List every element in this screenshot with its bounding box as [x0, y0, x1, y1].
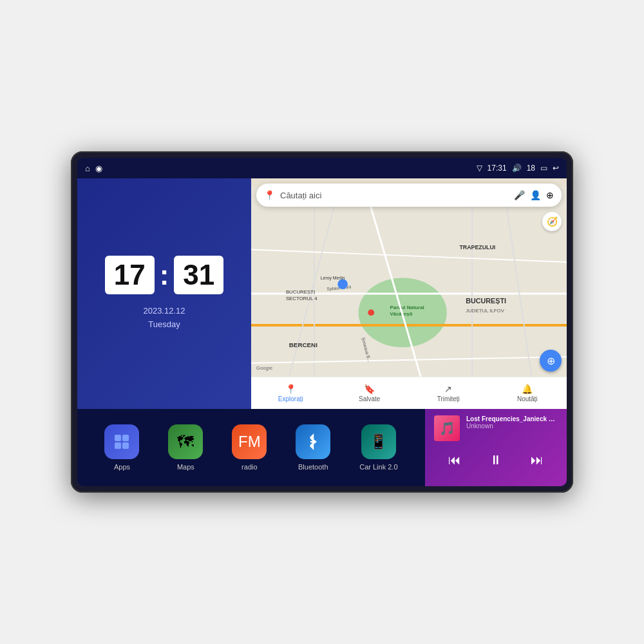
shortcut-bluetooth[interactable]: Bluetooth	[296, 424, 330, 471]
clock-panel: 17 : 31 2023.12.12 Tuesday	[77, 178, 251, 409]
send-icon: ↗	[444, 384, 452, 394]
saved-icon: 🔖	[364, 384, 375, 394]
battery-icon: ▭	[540, 164, 547, 173]
layers-icon[interactable]: ⊕	[546, 190, 554, 200]
svg-text:Leroy Merlin: Leroy Merlin	[321, 276, 345, 281]
map-controls: 🧭	[542, 212, 562, 231]
svg-text:Parcul Natural: Parcul Natural	[390, 305, 424, 311]
music-details: Lost Frequencies_Janieck Devy-... Unknow…	[466, 415, 558, 430]
music-title: Lost Frequencies_Janieck Devy-...	[466, 415, 558, 422]
shortcut-maps[interactable]: 🗺 Maps	[168, 424, 203, 471]
map-nav-news[interactable]: 🔔 Noutăți	[488, 377, 567, 409]
svg-text:BERCENI: BERCENI	[289, 341, 317, 348]
shortcuts-panel: Apps 🗺 Maps FM radio	[77, 409, 425, 486]
music-thumbnail: 🎵	[434, 415, 460, 441]
profile-icon[interactable]: 👤	[530, 190, 541, 200]
news-icon: 🔔	[522, 384, 533, 394]
screen: ⌂ ◉ ▽ 17:31 🔊 18 ▭ ↩ 17 :	[77, 158, 567, 486]
back-icon[interactable]: ↩	[553, 164, 559, 173]
svg-text:TRAPEZULUI: TRAPEZULUI	[459, 244, 495, 251]
explore-label: Explorați	[278, 395, 303, 402]
play-pause-button[interactable]: ⏸	[484, 450, 507, 470]
svg-text:BUCUREȘTI: BUCUREȘTI	[286, 289, 315, 295]
svg-rect-28	[122, 442, 129, 449]
map-nav-explore[interactable]: 📍 Explorați	[251, 377, 330, 409]
apps-label: Apps	[114, 463, 130, 471]
clock-display: 17 : 31	[105, 256, 224, 294]
map-nav-saved[interactable]: 🔖 Salvate	[330, 377, 410, 409]
svg-text:Google: Google	[256, 365, 272, 371]
signal-icon: ▽	[477, 164, 482, 173]
carlink-label: Car Link 2.0	[359, 463, 397, 471]
radio-label: radio	[242, 463, 257, 471]
compass-icon[interactable]: 🧭	[542, 212, 562, 231]
svg-text:JUDEȚUL ILFOV: JUDEȚUL ILFOV	[466, 308, 505, 314]
top-section: 17 : 31 2023.12.12 Tuesday	[77, 178, 567, 409]
music-panel: 🎵 Lost Frequencies_Janieck Devy-... Unkn…	[425, 409, 567, 486]
music-info: 🎵 Lost Frequencies_Janieck Devy-... Unkn…	[434, 415, 558, 441]
music-controls: ⏮ ⏸ ⏭	[434, 450, 558, 470]
status-right: ▽ 17:31 🔊 18 ▭ ↩	[477, 164, 559, 173]
bottom-section: Apps 🗺 Maps FM radio	[77, 409, 567, 486]
volume-level: 18	[527, 164, 535, 173]
home-icon[interactable]: ⌂	[85, 164, 90, 173]
main-area: 17 : 31 2023.12.12 Tuesday	[77, 178, 567, 486]
voice-search-icon[interactable]: 🎤	[514, 190, 525, 200]
time-display: 17:31	[488, 164, 507, 173]
shortcut-apps[interactable]: Apps	[104, 424, 139, 471]
map-search-text[interactable]: Căutați aici	[280, 191, 509, 200]
svg-rect-26	[122, 435, 129, 441]
nav-icon[interactable]: ◉	[95, 164, 102, 173]
date-display: 2023.12.12 Tuesday	[143, 305, 185, 332]
bluetooth-icon	[296, 424, 330, 459]
saved-label: Salvate	[359, 395, 380, 402]
news-label: Noutăți	[517, 395, 538, 402]
map-svg: Parcul Natural Văcărești Splaiu	[251, 178, 567, 409]
clock-minutes: 31	[174, 256, 223, 294]
svg-rect-27	[115, 442, 121, 449]
maps-icon: 🗺	[168, 424, 203, 459]
status-left: ⌂ ◉	[85, 164, 102, 173]
map-bottom-nav: 📍 Explorați 🔖 Salvate ↗ Trimiteți 🔔	[251, 377, 567, 409]
prev-button[interactable]: ⏮	[443, 450, 466, 470]
map-nav-send[interactable]: ↗ Trimiteți	[409, 377, 488, 409]
map-search-icons: 🎤 👤 ⊕	[514, 190, 554, 200]
location-button[interactable]: ⊕	[540, 350, 562, 372]
svg-point-21	[337, 279, 348, 289]
maps-label: Maps	[177, 463, 194, 471]
music-thumb-inner: 🎵	[434, 415, 460, 441]
map-search-bar[interactable]: 📍 Căutați aici 🎤 👤 ⊕	[256, 184, 562, 207]
clock-colon: :	[160, 261, 169, 289]
svg-text:BUCUREȘTI: BUCUREȘTI	[466, 297, 506, 305]
explore-icon: 📍	[285, 384, 296, 394]
volume-icon: 🔊	[512, 164, 522, 173]
carlink-icon: 📱	[361, 424, 396, 459]
device: ⌂ ◉ ▽ 17:31 🔊 18 ▭ ↩ 17 :	[71, 151, 573, 493]
apps-icon	[104, 424, 139, 459]
shortcut-radio[interactable]: FM radio	[232, 424, 267, 471]
svg-point-23	[368, 310, 374, 316]
svg-text:SECTORUL 4: SECTORUL 4	[286, 296, 317, 301]
map-panel[interactable]: Parcul Natural Văcărești Splaiu	[251, 178, 567, 409]
radio-icon: FM	[232, 424, 267, 459]
music-artist: Unknown	[466, 422, 558, 430]
google-maps-icon: 📍	[264, 190, 275, 200]
next-button[interactable]: ⏭	[526, 450, 549, 470]
svg-rect-25	[115, 435, 121, 441]
send-label: Trimiteți	[437, 395, 460, 402]
clock-hours: 17	[105, 256, 155, 294]
status-bar: ⌂ ◉ ▽ 17:31 🔊 18 ▭ ↩	[77, 158, 567, 178]
bluetooth-label: Bluetooth	[298, 463, 328, 471]
shortcut-carlink[interactable]: 📱 Car Link 2.0	[359, 424, 397, 471]
